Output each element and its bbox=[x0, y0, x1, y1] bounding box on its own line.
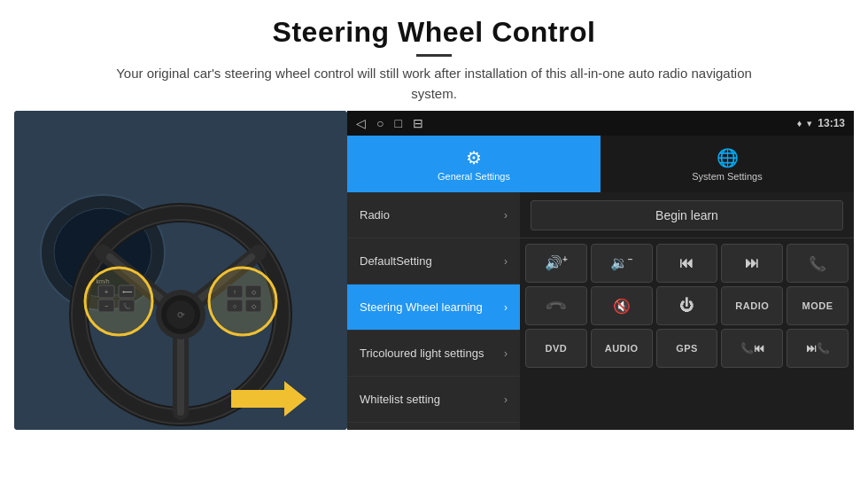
next-icon: ⏭ bbox=[745, 255, 759, 271]
mute-icon: 🔇 bbox=[613, 298, 631, 315]
tab-system-label: System Settings bbox=[692, 171, 762, 182]
hangup-icon: 📞 bbox=[544, 293, 569, 318]
menu-icon[interactable]: ⊟ bbox=[413, 116, 423, 130]
mode-label: MODE bbox=[802, 300, 833, 311]
gps-label: GPS bbox=[676, 343, 698, 354]
wifi-icon: ▾ bbox=[807, 118, 812, 129]
audio-button[interactable]: AUDIO bbox=[591, 329, 653, 368]
audio-label: AUDIO bbox=[605, 343, 639, 354]
status-bar: ◁ ○ □ ⊟ ♦ ▾ 13:13 bbox=[347, 111, 854, 136]
svg-text:📞: 📞 bbox=[123, 302, 131, 310]
next-track-button[interactable]: ⏭ bbox=[721, 244, 783, 283]
vol-down-icon: 🔉− bbox=[610, 254, 633, 271]
tel-prev-button[interactable]: 📞⏮ bbox=[721, 329, 783, 368]
status-right: ♦ ▾ 13:13 bbox=[797, 117, 845, 129]
svg-text:↑: ↑ bbox=[233, 289, 236, 295]
system-globe-icon: 🌐 bbox=[717, 147, 739, 168]
settings-gear-icon: ⚙ bbox=[466, 147, 482, 168]
page-header: Steering Wheel Control Your original car… bbox=[0, 0, 868, 111]
vol-down-button[interactable]: 🔉− bbox=[591, 244, 653, 283]
mode-button[interactable]: MODE bbox=[787, 286, 849, 325]
nav-icons: ◁ ○ □ ⊟ bbox=[356, 116, 423, 130]
svg-text:−: − bbox=[105, 303, 108, 309]
tab-general-label: General Settings bbox=[438, 171, 510, 182]
gps-button[interactable]: GPS bbox=[656, 329, 718, 368]
title-divider bbox=[416, 54, 452, 57]
chevron-icon: › bbox=[504, 209, 508, 222]
location-icon: ♦ bbox=[797, 118, 802, 129]
begin-learn-button[interactable]: Begin learn bbox=[531, 200, 843, 230]
content-area: Radio › DefaultSetting › Steering Wheel … bbox=[347, 192, 854, 430]
begin-learn-row: Begin learn bbox=[520, 192, 854, 238]
menu-item-steering-wheel[interactable]: Steering Wheel learning › bbox=[347, 284, 520, 331]
menu-item-radio[interactable]: Radio › bbox=[347, 192, 520, 238]
phone-icon: 📞 bbox=[809, 255, 826, 272]
tab-system[interactable]: 🌐 System Settings bbox=[601, 136, 854, 192]
mute-button[interactable]: 🔇 bbox=[591, 286, 653, 325]
chevron-icon: › bbox=[504, 255, 508, 268]
menu-list: Radio › DefaultSetting › Steering Wheel … bbox=[347, 192, 520, 430]
svg-text:⟳: ⟳ bbox=[177, 310, 185, 320]
prev-track-button[interactable]: ⏮ bbox=[656, 244, 718, 283]
prev-icon: ⏮ bbox=[679, 255, 694, 271]
right-panel: Begin learn 🔊+ 🔉− ⏮ ⏭ bbox=[520, 192, 854, 430]
hang-up-button[interactable]: 📞 bbox=[525, 286, 587, 325]
menu-item-tricoloured[interactable]: Tricoloured light settings › bbox=[347, 331, 520, 377]
page-subtitle: Your original car's steering wheel contr… bbox=[115, 64, 753, 104]
page-title: Steering Wheel Control bbox=[35, 16, 833, 49]
radio-button[interactable]: RADIO bbox=[721, 286, 783, 325]
tel-next-icon: ⏭📞 bbox=[806, 342, 830, 354]
home-icon[interactable]: ○ bbox=[376, 116, 384, 130]
menu-item-whitelist[interactable]: Whitelist setting › bbox=[347, 377, 520, 423]
tel-prev-icon: 📞⏮ bbox=[740, 342, 764, 354]
steering-wheel-image: 80 km/h ⟳ bbox=[14, 111, 347, 430]
android-screen: ◁ ○ □ ⊟ ♦ ▾ 13:13 ⚙ General Settings 🌐 S… bbox=[347, 111, 854, 430]
control-grid: 🔊+ 🔉− ⏮ ⏭ 📞 📞 bbox=[520, 238, 854, 373]
chevron-icon: › bbox=[504, 393, 508, 406]
chevron-icon: › bbox=[504, 347, 508, 360]
main-content: 80 km/h ⟳ bbox=[14, 111, 854, 430]
vol-up-icon: 🔊+ bbox=[545, 254, 568, 271]
recents-icon[interactable]: □ bbox=[394, 116, 401, 130]
radio-label: RADIO bbox=[735, 300, 769, 311]
tab-bar: ⚙ General Settings 🌐 System Settings bbox=[347, 136, 854, 192]
svg-text:○: ○ bbox=[233, 303, 236, 309]
tab-general[interactable]: ⚙ General Settings bbox=[347, 136, 601, 192]
dvd-label: DVD bbox=[546, 343, 568, 354]
power-icon: ⏻ bbox=[679, 298, 694, 314]
svg-text:⟵: ⟵ bbox=[122, 288, 133, 296]
vol-up-button[interactable]: 🔊+ bbox=[525, 244, 587, 283]
phone-answer-button[interactable]: 📞 bbox=[787, 244, 849, 283]
dvd-button[interactable]: DVD bbox=[525, 329, 587, 368]
menu-item-default-setting[interactable]: DefaultSetting › bbox=[347, 238, 520, 284]
svg-text:+: + bbox=[105, 289, 108, 295]
time-display: 13:13 bbox=[818, 117, 845, 129]
back-icon[interactable]: ◁ bbox=[356, 116, 366, 130]
power-button[interactable]: ⏻ bbox=[656, 286, 718, 325]
chevron-icon: › bbox=[504, 301, 508, 314]
tel-next-button[interactable]: ⏭📞 bbox=[787, 329, 849, 368]
